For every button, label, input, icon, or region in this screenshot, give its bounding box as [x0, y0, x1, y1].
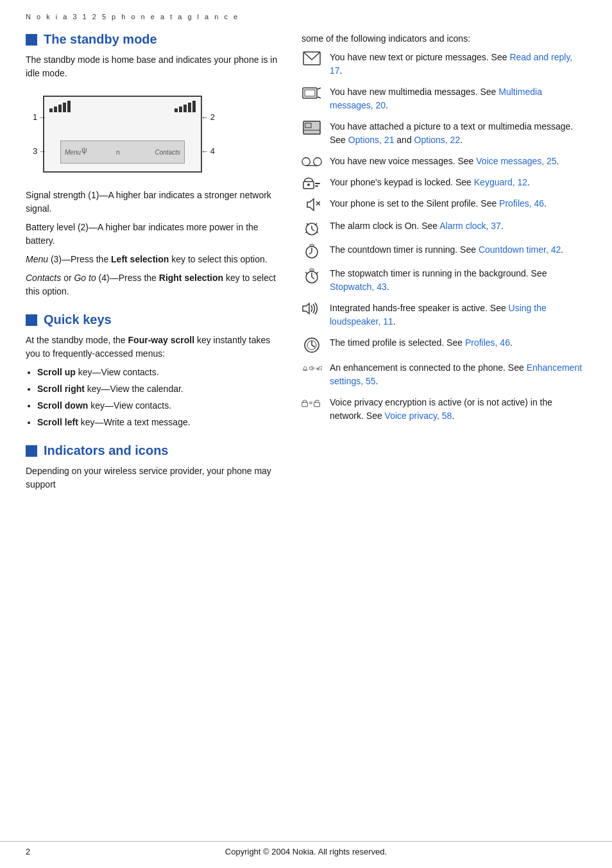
bbar1	[174, 108, 178, 112]
svg-line-31	[312, 277, 314, 279]
psi-symbol: ψ	[81, 146, 87, 155]
it-si-link[interactable]: Profiles, 46	[499, 198, 544, 208]
label4-num: 4	[210, 146, 215, 156]
label1: 1 →	[33, 112, 46, 122]
bar3	[58, 105, 62, 112]
it-vm-end: .	[557, 156, 559, 166]
it-vp-end: .	[452, 411, 454, 421]
qk-body-bold: Four-way scroll	[128, 335, 194, 345]
countdown-icon	[302, 244, 322, 259]
indicator-text-alarm: The alarm clock is On. See Alarm clock, …	[330, 219, 586, 233]
list-item: Scroll left key—Write a text message.	[37, 416, 282, 429]
quickkeys-section: Quick keys At the standby mode, the Four…	[26, 312, 282, 429]
enhancement-icon: or	[302, 362, 322, 375]
indicator-text-envelope: You have new text or picture messages. S…	[330, 51, 586, 78]
label2-num: 2	[210, 112, 215, 122]
indicator-row-timed-profile: The timed profile is selected. See Profi…	[302, 336, 586, 353]
bbar4	[188, 103, 191, 112]
it-vm-link[interactable]: Voice messages, 25	[476, 156, 556, 166]
it-cd-pre: The countdown timer is running. See	[330, 244, 479, 255]
it-tp-link[interactable]: Profiles, 46	[465, 337, 510, 348]
it-cd-end: .	[561, 244, 563, 255]
indicator-row-voice-privacy: or Voice privacy encryption is active (o…	[302, 396, 586, 423]
svg-line-33	[305, 272, 307, 274]
indicator-row-envelope: You have new text or picture messages. S…	[302, 51, 586, 78]
it-pic-link2[interactable]: Options, 22	[414, 135, 461, 145]
standby-title-box	[26, 34, 37, 46]
timed-profile-icon	[302, 337, 322, 353]
svg-line-27	[309, 252, 312, 254]
svg-rect-48	[314, 402, 320, 407]
it-cd-link[interactable]: Countdown timer, 42	[479, 244, 561, 255]
voicemail-icon	[302, 155, 322, 168]
it-sw-link[interactable]: Stopwatch, 43	[330, 282, 387, 292]
svg-rect-45	[321, 368, 322, 370]
svg-rect-28	[310, 244, 314, 246]
contacts-label: Contacts	[155, 149, 180, 156]
indicator-text-multimedia: You have new multimedia messages. See Mu…	[330, 85, 586, 112]
indicators-title-text: Indicators and icons	[44, 443, 168, 458]
battery-desc: Battery level (2)—A higher bar indicates…	[26, 221, 282, 248]
it-ls-end: .	[393, 316, 396, 327]
page: N o k i a 3 1 2 5 p h o n e a t a g l a …	[0, 0, 612, 868]
signal-bars	[49, 101, 71, 112]
standby-section: The standby mode The standby mode is hom…	[26, 32, 282, 298]
envelope-icon	[302, 51, 322, 65]
label1-num: 1	[33, 112, 37, 122]
stopwatch-icon	[302, 268, 322, 284]
menu-rest: (3)—Press the	[48, 254, 111, 264]
it-si-end: .	[544, 198, 547, 208]
bar5	[67, 101, 71, 112]
indicator-text-timed-profile: The timed profile is selected. See Profi…	[330, 336, 586, 350]
list-item: Scroll down key—View contacts.	[37, 399, 282, 413]
svg-line-20	[312, 229, 314, 231]
it-sw-pre: The stopwatch timer is running in the ba…	[330, 268, 547, 278]
indicator-row-keypad: Your phone's keypad is locked. See Keygu…	[302, 176, 586, 189]
indicators-body1: Depending on your wireless service provi…	[26, 464, 282, 491]
contacts-italic: Contacts	[26, 273, 61, 283]
indicators-body2: some of the following indicators and ico…	[302, 32, 586, 46]
indicator-text-voice-privacy: Voice privacy encryption is active (or i…	[330, 396, 586, 423]
menu-bold: Left selection	[111, 254, 169, 264]
multimedia-icon	[302, 86, 322, 100]
indicator-text-voicemail: You have new voice messages. See Voice m…	[330, 155, 586, 168]
it-ls-pre: Integrated hands-free speaker is active.…	[330, 303, 509, 313]
qk-item2-rest: key—View contacts.	[88, 400, 171, 411]
it-mm-end: .	[386, 100, 388, 110]
quickkeys-title-row: Quick keys	[26, 312, 282, 327]
list-item: Scroll right key—View the calendar.	[37, 382, 282, 396]
it-tp-pre: The timed profile is selected. See	[330, 337, 465, 348]
contacts-desc: Contacts or Go to (4)—Press the Right se…	[26, 271, 282, 298]
left-column: The standby mode The standby mode is hom…	[26, 32, 282, 506]
it-tp-end: .	[510, 337, 513, 348]
bbar3	[183, 105, 187, 112]
bar1	[49, 108, 53, 112]
label3-num: 3	[33, 146, 37, 156]
indicator-row-picture: You have attached a picture to a text or…	[302, 120, 586, 147]
phone-diagram: Menu n Contacts 1 → ← 2	[29, 88, 215, 181]
it-al-link[interactable]: Alarm clock, 37	[439, 221, 501, 231]
it-vp-link[interactable]: Voice privacy, 58	[385, 411, 452, 421]
it-pic-end: .	[460, 135, 463, 145]
it-envelope-end: .	[340, 65, 343, 76]
qk-item0-rest: key—View contacts.	[76, 367, 159, 377]
svg-marker-42	[310, 366, 312, 371]
it-envelope-pre: You have new text or picture messages. S…	[330, 52, 509, 62]
svg-marker-35	[303, 303, 309, 314]
indicators-section-left: Indicators and icons Depending on your w…	[26, 443, 282, 491]
label2: ← 2	[201, 112, 215, 122]
picture-attached-icon	[302, 121, 322, 135]
footer-page: 2	[26, 847, 30, 856]
qk-item0-bold: Scroll up	[37, 367, 76, 377]
it-kp-end: .	[527, 177, 530, 187]
bbar2	[179, 106, 182, 112]
indicator-row-loudspeaker: Integrated hands-free speaker is active.…	[302, 302, 586, 328]
svg-text:or: or	[309, 400, 314, 405]
svg-marker-15	[307, 199, 314, 210]
quickkeys-list: Scroll up key—View contacts. Scroll righ…	[37, 366, 282, 429]
it-kp-link[interactable]: Keyguard, 12	[474, 177, 527, 187]
arrow1: →	[38, 113, 46, 122]
indicator-row-enhancement: or An enhancement is connected to the ph…	[302, 361, 586, 388]
it-pic-link1[interactable]: Options, 21	[348, 135, 395, 145]
quickkeys-body: At the standby mode, the Four-way scroll…	[26, 334, 282, 361]
